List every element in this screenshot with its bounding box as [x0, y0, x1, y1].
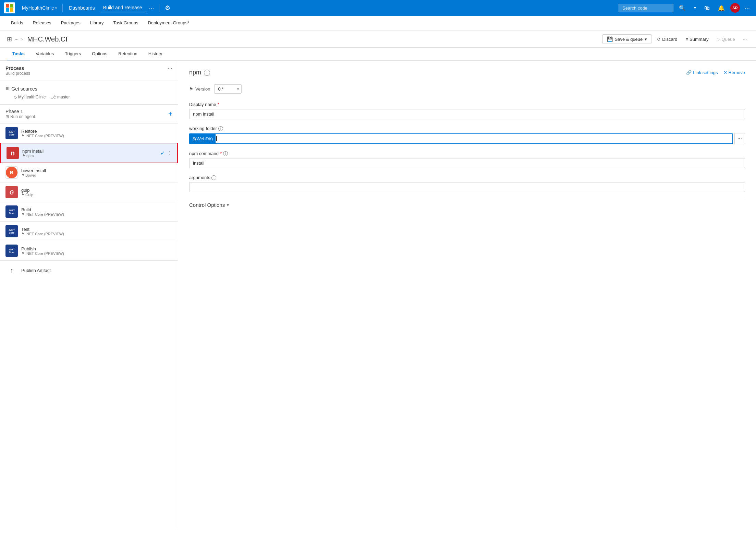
process-more-button[interactable]: ···	[168, 66, 172, 72]
version-select[interactable]: 0.* 1.* 2.*	[214, 84, 242, 94]
svg-text:G: G	[10, 190, 14, 196]
flag-icon-test: ⚑	[21, 232, 24, 236]
task-drag-icon[interactable]: ⋮	[167, 150, 172, 156]
header-more-button[interactable]: ···	[741, 35, 749, 44]
svg-rect-2	[6, 8, 9, 12]
task-test-icon: .NET Core	[5, 225, 18, 237]
settings-btn[interactable]: ⚙	[162, 3, 173, 13]
task-check-icon: ✓	[160, 150, 165, 156]
arguments-input[interactable]	[189, 182, 745, 192]
task-npm-install[interactable]: n npm install ⚑ npm ✓ ⋮	[0, 143, 178, 163]
task-publish-artifact[interactable]: ↑ Publish Artifact	[0, 261, 178, 280]
right-panel: npm i 🔗 Link settings ✕ Remove ⚑ Ve	[178, 61, 756, 529]
notification-btn[interactable]: 🔔	[715, 3, 728, 13]
chevron-down-icon: ▾	[694, 5, 696, 10]
phase-section: Phase 1 ⊞ Run on agent +	[0, 105, 178, 123]
npm-command-required: *	[220, 151, 222, 156]
tab-options[interactable]: Options	[86, 48, 113, 60]
sec-nav-task-groups[interactable]: Task Groups	[109, 16, 142, 31]
tab-triggers[interactable]: Triggers	[59, 48, 86, 60]
task-restore[interactable]: .NET Core Restore ⚑ .NET Core (PREVIEW)	[0, 123, 178, 143]
app-logo[interactable]	[4, 2, 15, 13]
npm-command-info-icon[interactable]: i	[223, 151, 228, 156]
nav-more[interactable]: ···	[147, 3, 156, 13]
sec-nav-builds[interactable]: Builds	[7, 16, 27, 31]
display-name-group: Display name *	[189, 102, 745, 119]
publish-artifact-info: Publish Artifact	[21, 268, 172, 273]
task-gulp[interactable]: G gulp ⚑ Gulp	[0, 182, 178, 202]
tab-tasks[interactable]: Tasks	[7, 48, 30, 60]
nav-dashboards[interactable]: Dashboards	[65, 4, 98, 12]
task-publish-info: Publish ⚑ .NET Core (PREVIEW)	[21, 246, 172, 256]
sec-nav-deployment-groups[interactable]: Deployment Groups*	[144, 16, 193, 31]
notification-icon: 🔔	[718, 5, 725, 11]
user-avatar[interactable]: SR	[730, 3, 740, 13]
breadcrumb-dots[interactable]: ···	[15, 37, 19, 42]
task-gulp-info: gulp ⚑ Gulp	[21, 188, 172, 197]
control-options-section[interactable]: Control Options ▾	[189, 199, 745, 211]
task-bower[interactable]: B bower install ⚑ Bower	[0, 163, 178, 182]
save-icon: 💾	[607, 36, 613, 42]
working-folder-input-rest[interactable]	[217, 134, 732, 143]
sec-nav-packages[interactable]: Packages	[57, 16, 85, 31]
save-queue-dropdown-icon[interactable]: ▾	[645, 37, 647, 42]
npm-command-input[interactable]	[189, 158, 745, 168]
task-publish[interactable]: .NET Core Publish ⚑ .NET Core (PREVIEW)	[0, 241, 178, 261]
arguments-label: arguments i	[189, 175, 745, 180]
get-sources-lines-icon: ≡	[5, 86, 9, 92]
flag-icon: ⚑	[21, 134, 24, 138]
task-npm-info: npm install ⚑ npm	[22, 149, 157, 158]
search-icon-btn[interactable]: 🔍	[676, 3, 688, 13]
org-selector[interactable]: MyHealthClinic ▾	[19, 4, 60, 12]
get-sources-repo: ◇ MyHealthClinic	[14, 95, 46, 99]
discard-button[interactable]: ↺ Discard	[654, 35, 680, 44]
nav-build-release[interactable]: Build and Release	[100, 3, 146, 12]
task-build-icon: .NET Core	[5, 205, 18, 218]
main-content: Process Build process ··· ≡ Get sources …	[0, 61, 756, 529]
svg-rect-3	[10, 8, 13, 12]
sec-nav-library[interactable]: Library	[86, 16, 108, 31]
phase-title: Phase 1	[5, 109, 35, 114]
npm-actions: 🔗 Link settings ✕ Remove	[686, 70, 745, 75]
chevron-down-btn[interactable]: ▾	[691, 4, 699, 12]
get-sources-section[interactable]: ≡ Get sources ◇ MyHealthClinic ⎇ master	[0, 81, 178, 105]
queue-button[interactable]: ▷ Queue	[714, 35, 738, 44]
working-folder-display: $(WebDir)	[189, 133, 733, 144]
task-test-info: Test ⚑ .NET Core (PREVIEW)	[21, 227, 172, 236]
cart-icon: 🛍	[704, 5, 710, 11]
repo-icon: ◇	[14, 95, 17, 99]
version-row: ⚑ Version 0.* 1.* 2.* ▾	[189, 84, 745, 94]
link-settings-button[interactable]: 🔗 Link settings	[686, 70, 718, 75]
save-queue-button[interactable]: 💾 Save & queue ▾	[602, 34, 652, 44]
arguments-info-icon[interactable]: i	[211, 175, 216, 180]
working-folder-group: working folder i $(WebDir) ···	[189, 126, 745, 144]
nav-extra-dots[interactable]: ···	[743, 3, 752, 13]
secondary-nav: Builds Releases Packages Library Task Gr…	[0, 16, 756, 31]
page-header: ⊞ ··· > MHC.Web.CI 💾 Save & queue ▾ ↺ Di…	[0, 31, 756, 48]
task-test[interactable]: .NET Core Test ⚑ .NET Core (PREVIEW)	[0, 222, 178, 241]
npm-info-icon[interactable]: i	[204, 70, 210, 76]
flag-icon-build: ⚑	[21, 212, 24, 216]
tab-variables[interactable]: Variables	[30, 48, 59, 60]
flag-icon-bower: ⚑	[21, 173, 24, 177]
svg-rect-1	[10, 4, 13, 8]
npm-command-group: npm command * i	[189, 151, 745, 168]
phase-add-button[interactable]: +	[168, 110, 172, 118]
folder-browse-button[interactable]: ···	[734, 133, 745, 144]
remove-button[interactable]: ✕ Remove	[723, 70, 745, 75]
tab-retention[interactable]: Retention	[113, 48, 143, 60]
cart-icon-btn[interactable]: 🛍	[702, 3, 712, 12]
summary-button[interactable]: ≡ Summary	[683, 35, 711, 44]
task-publish-source: ⚑ .NET Core (PREVIEW)	[21, 251, 172, 256]
search-input[interactable]	[619, 4, 673, 12]
process-section: Process Build process ···	[0, 61, 178, 81]
display-name-input[interactable]	[189, 109, 745, 119]
sec-nav-releases[interactable]: Releases	[28, 16, 55, 31]
display-name-required: *	[218, 102, 219, 107]
build-definition-icon: ⊞	[7, 35, 12, 43]
task-test-name: Test	[21, 227, 172, 232]
task-bower-source: ⚑ Bower	[21, 173, 172, 177]
working-folder-info-icon[interactable]: i	[218, 126, 223, 131]
tab-history[interactable]: History	[143, 48, 168, 60]
task-build[interactable]: .NET Core Build ⚑ .NET Core (PREVIEW)	[0, 202, 178, 222]
